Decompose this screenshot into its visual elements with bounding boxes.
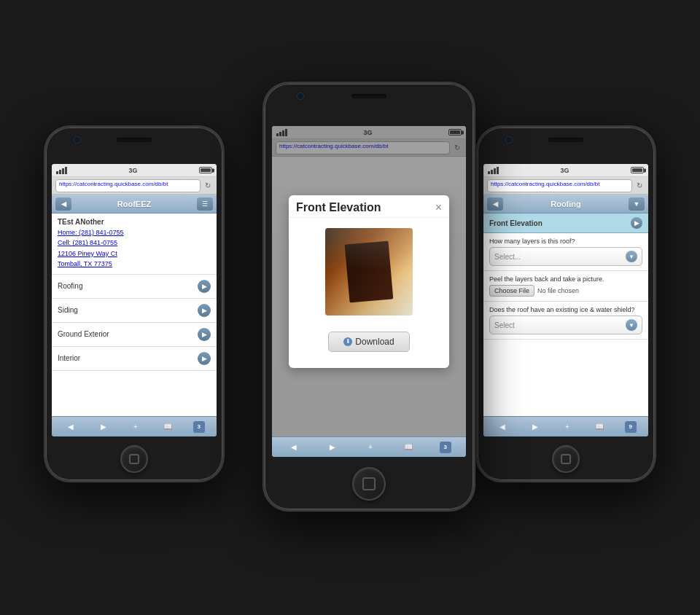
- right-signal: [488, 167, 499, 174]
- center-phone-camera: [297, 93, 304, 100]
- roofing-arrow[interactable]: ▶: [198, 280, 211, 293]
- center-add-btn[interactable]: +: [363, 440, 378, 455]
- right-badge: 9: [625, 421, 637, 433]
- left-bottom-toolbar: ◀ ▶ + 📖 3: [52, 416, 217, 436]
- right-bottom-toolbar: ◀ ▶ + 📖 9: [483, 416, 648, 436]
- left-url-bar[interactable]: https://catcontracting.quickbase.com/db/…: [52, 177, 217, 195]
- popup-title: Front Elevation: [296, 201, 381, 214]
- layers-label: How many layers is this roof?: [489, 238, 642, 245]
- left-home-button[interactable]: [120, 445, 148, 473]
- popup-overlay: Front Elevation × ⬇ Download: [272, 126, 466, 436]
- right-phone-screen: 3G https://catcontracting.quickbase.com/…: [483, 164, 648, 436]
- download-icon: ⬇: [343, 337, 352, 346]
- ground-arrow[interactable]: ▶: [198, 328, 211, 341]
- picture-section: Peel the layers back and take a picture.…: [483, 271, 648, 302]
- contact-name: TEst ANother: [58, 218, 211, 226]
- center-badge: 3: [440, 442, 451, 453]
- scene: 3G https://catcontracting.quickbase.com/…: [22, 23, 678, 592]
- left-phone-camera: [74, 136, 81, 144]
- left-phone-screen: 3G https://catcontracting.quickbase.com/…: [52, 164, 217, 436]
- left-add-btn[interactable]: +: [128, 420, 143, 434]
- right-nav-title: Roofing: [503, 200, 629, 208]
- left-contact-info: TEst ANother Home: (281) 841-0755 Cell: …: [52, 214, 217, 275]
- contact-address2: Tomball, TX 77375: [58, 259, 211, 269]
- ice-select-arrow[interactable]: ▼: [626, 319, 637, 331]
- front-elevation-section[interactable]: Front Elevation ▶: [483, 214, 648, 233]
- center-bottom-toolbar: ◀ ▶ + 📖 3: [272, 436, 466, 457]
- left-phone-speaker: [117, 138, 152, 142]
- menu-item-ground-exterior[interactable]: Ground Exterior ▶: [52, 323, 217, 347]
- popup-dialog: Front Elevation × ⬇ Download: [289, 195, 449, 368]
- phone-left: 3G https://catcontracting.quickbase.com/…: [44, 125, 225, 482]
- left-app-nav: ◀ RoofEEZ ☰: [52, 195, 217, 214]
- ice-label: Does the roof have an existing ice & wat…: [489, 306, 642, 313]
- menu-item-interior[interactable]: Interior ▶: [52, 347, 217, 371]
- left-3g-label: 3G: [128, 167, 137, 174]
- right-3g-label: 3G: [560, 167, 569, 174]
- left-nav-menu[interactable]: ☰: [197, 197, 213, 211]
- right-forward-btn[interactable]: ▶: [528, 420, 542, 434]
- center-back-btn[interactable]: ◀: [287, 440, 301, 455]
- menu-item-roofing[interactable]: Roofing ▶: [52, 275, 217, 299]
- popup-header: Front Elevation ×: [289, 195, 449, 218]
- right-url-input[interactable]: https://catcontracting.quickbase.com/db/…: [487, 179, 632, 192]
- left-battery: [199, 167, 212, 173]
- center-book-btn[interactable]: 📖: [401, 440, 416, 455]
- phone-center: 3G https://catcontracting.quickbase.com/…: [262, 82, 475, 512]
- left-nav-back[interactable]: ◀: [55, 197, 71, 211]
- interior-arrow[interactable]: ▶: [198, 352, 211, 365]
- contact-home[interactable]: Home: (281) 841-0755: [58, 227, 211, 238]
- layers-select-arrow[interactable]: ▼: [626, 251, 637, 262]
- siding-arrow[interactable]: ▶: [198, 304, 211, 317]
- left-url-input[interactable]: https://catcontracting.quickbase.com/db/…: [55, 179, 201, 192]
- right-book-btn[interactable]: 📖: [592, 420, 607, 434]
- right-phone-camera: [505, 136, 513, 144]
- phone-right: 3G https://catcontracting.quickbase.com/…: [475, 125, 656, 482]
- left-status-bar: 3G: [52, 164, 217, 177]
- layers-select[interactable]: Select... ▼: [489, 247, 642, 266]
- right-nav-back[interactable]: ◀: [487, 197, 503, 211]
- layers-section: How many layers is this roof? Select... …: [483, 233, 648, 271]
- popup-image: [325, 228, 413, 316]
- center-home-button[interactable]: [352, 467, 386, 501]
- no-file-label: No file chosen: [537, 287, 579, 294]
- left-badge: 3: [193, 421, 205, 433]
- picture-label: Peel the layers back and take a picture.: [489, 275, 642, 283]
- center-phone-speaker: [351, 94, 386, 98]
- ice-select[interactable]: Select ▼: [489, 316, 642, 334]
- file-input-row: Choose File No file chosen: [489, 285, 642, 297]
- left-forward-btn[interactable]: ▶: [96, 420, 111, 434]
- right-nav-menu[interactable]: ▼: [629, 197, 645, 211]
- left-signal: [56, 167, 67, 174]
- right-app-nav: ◀ Roofing ▼: [483, 195, 648, 214]
- contact-cell[interactable]: Cell: (281) 841-0755: [58, 238, 211, 248]
- left-back-btn[interactable]: ◀: [63, 420, 78, 434]
- left-book-btn[interactable]: 📖: [160, 420, 175, 434]
- ice-section: Does the roof have an existing ice & wat…: [483, 302, 648, 340]
- front-elevation-arrow[interactable]: ▶: [631, 217, 642, 229]
- download-button[interactable]: ⬇ Download: [328, 332, 409, 352]
- left-nav-title: RoofEEZ: [71, 200, 197, 208]
- popup-close-button[interactable]: ×: [435, 202, 442, 214]
- right-add-btn[interactable]: +: [560, 420, 575, 434]
- left-menu-list: Roofing ▶ Siding ▶ Ground Exterior ▶ Int…: [52, 275, 217, 371]
- right-url-bar[interactable]: https://catcontracting.quickbase.com/db/…: [483, 177, 648, 195]
- choose-file-button[interactable]: Choose File: [489, 285, 534, 297]
- center-forward-btn[interactable]: ▶: [325, 440, 340, 455]
- center-phone-screen: 3G https://catcontracting.quickbase.com/…: [272, 126, 466, 457]
- left-refresh-icon[interactable]: ↻: [203, 181, 213, 191]
- right-back-btn[interactable]: ◀: [495, 420, 510, 434]
- menu-item-siding[interactable]: Siding ▶: [52, 299, 217, 323]
- right-phone-speaker: [548, 138, 583, 142]
- right-battery: [631, 167, 644, 173]
- right-status-bar: 3G: [483, 164, 648, 177]
- front-elevation-label: Front Elevation: [489, 219, 542, 227]
- contact-address1: 12106 Piney Way Ct: [58, 248, 211, 259]
- right-refresh-icon[interactable]: ↻: [634, 181, 645, 191]
- right-home-button[interactable]: [552, 445, 580, 473]
